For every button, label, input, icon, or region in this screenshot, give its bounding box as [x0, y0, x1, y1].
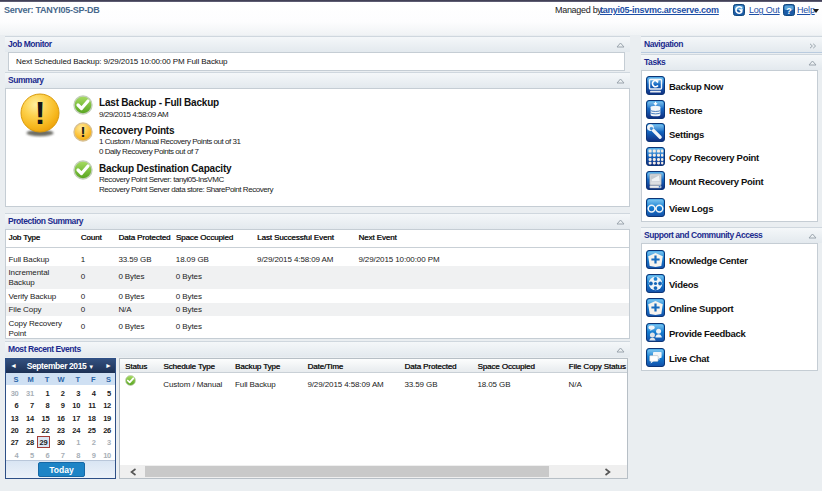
svg-text:!: !	[81, 123, 86, 140]
svg-text:?: ?	[786, 6, 792, 16]
svg-text:!: !	[35, 95, 46, 131]
